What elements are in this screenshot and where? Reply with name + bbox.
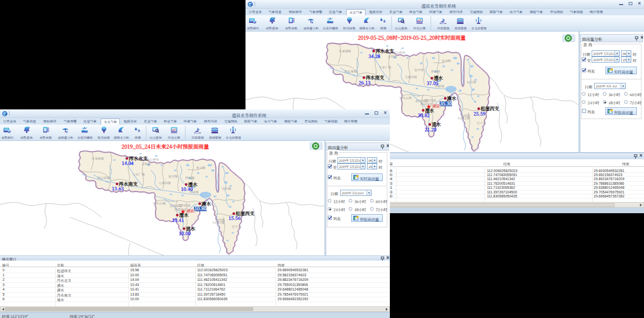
svg-text:甘溪滩镇: 甘溪滩镇 <box>339 49 351 53</box>
svg-text:码头铺镇: 码头铺镇 <box>97 176 110 180</box>
svg-text:26.13: 26.13 <box>359 79 371 86</box>
svg-text:2019-05-25_08时~2019-05-25_20时实: 2019-05-25_08时~2019-05-25_20时实时面雨量 <box>358 34 466 41</box>
svg-text:梦溪镇: 梦溪镇 <box>185 176 195 180</box>
svg-text:13.63: 13.63 <box>112 185 124 192</box>
svg-text:37.05: 37.05 <box>427 79 439 86</box>
svg-text:大堰垱镇: 大堰垱镇 <box>405 75 417 79</box>
svg-text:澧阳街道: 澧阳街道 <box>423 98 436 103</box>
svg-text:澧县: 澧县 <box>433 103 439 108</box>
svg-text:复兴镇: 复兴镇 <box>196 165 206 170</box>
svg-text:梦溪镇: 梦溪镇 <box>431 69 441 74</box>
svg-text:14.04: 14.04 <box>122 159 134 166</box>
svg-text:金罗镇: 金罗镇 <box>141 162 151 166</box>
svg-text:宜万乡: 宜万乡 <box>232 224 241 229</box>
svg-text:35.30: 35.30 <box>440 99 452 106</box>
svg-text:15.56: 15.56 <box>229 215 240 222</box>
svg-text:21.20: 21.20 <box>425 126 437 133</box>
svg-text:30.82: 30.82 <box>418 111 430 119</box>
svg-text:甘溪滩镇: 甘溪滩镇 <box>91 156 104 161</box>
svg-text:如东镇: 如东镇 <box>467 80 477 84</box>
svg-text:盐井镇: 盐井镇 <box>168 174 178 179</box>
svg-text:如东镇: 如东镇 <box>222 186 231 191</box>
svg-text:澧县: 澧县 <box>187 208 194 213</box>
svg-text:复兴镇: 复兴镇 <box>442 58 451 63</box>
svg-text:2019_05_24日未来24小时预报面雨量: 2019_05_24日未来24小时预报面雨量 <box>121 142 209 150</box>
svg-text:34.28: 34.28 <box>369 52 380 59</box>
svg-text:小渡口镇: 小渡口镇 <box>212 220 225 225</box>
svg-text:宜万乡: 宜万乡 <box>477 120 486 125</box>
svg-text:城头山镇: 城头山镇 <box>400 96 412 100</box>
svg-text:金罗镇: 金罗镇 <box>388 54 397 59</box>
svg-text:澧阳街道: 澧阳街道 <box>178 203 191 208</box>
svg-text:小渡口镇: 小渡口镇 <box>457 116 470 121</box>
svg-text:盐井镇: 盐井镇 <box>414 68 424 72</box>
svg-text:王家厂镇: 王家厂镇 <box>132 172 145 177</box>
svg-text:码头铺镇: 码头铺镇 <box>344 69 357 74</box>
svg-text:25.59: 25.59 <box>474 110 485 117</box>
svg-text:10.40: 10.40 <box>181 185 193 192</box>
svg-text:王家厂镇: 王家厂镇 <box>379 65 391 70</box>
svg-text:大堰垱镇: 大堰垱镇 <box>159 181 171 186</box>
svg-text:10.00: 10.00 <box>179 229 191 237</box>
svg-text:10.80: 10.80 <box>195 205 206 212</box>
svg-text:10.41: 10.41 <box>172 216 183 223</box>
svg-text:城头山镇: 城头山镇 <box>153 201 166 206</box>
